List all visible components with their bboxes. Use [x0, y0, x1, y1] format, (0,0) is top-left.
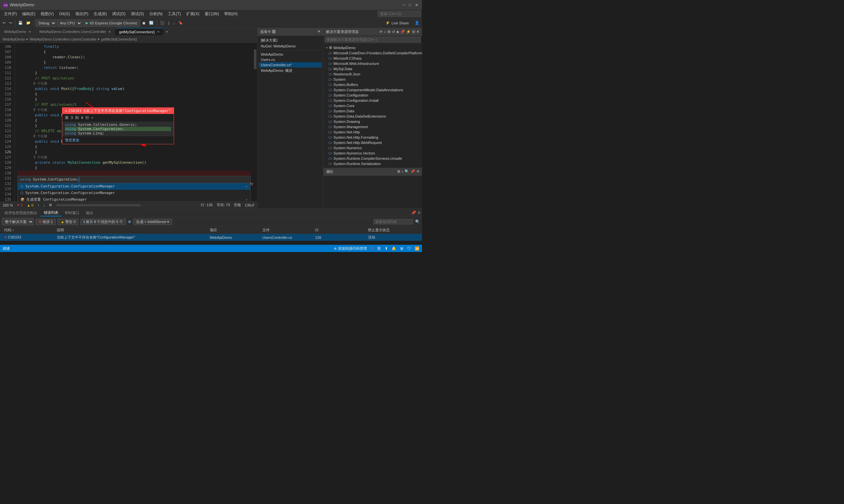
- menu-git[interactable]: Git(G): [56, 11, 72, 17]
- options-webapidemo[interactable]: WebApiDemo: [259, 52, 322, 57]
- col-header-desc[interactable]: 说明: [55, 227, 208, 233]
- tree-system-net[interactable]: □◦ System.Net.Http: [323, 129, 422, 135]
- tab-package-manager[interactable]: 程序包管理器控制台: [1, 210, 40, 216]
- tree-system-config-install[interactable]: □◦ System.Configuration.Install: [323, 98, 422, 103]
- se-close-btn[interactable]: ✕: [416, 30, 419, 34]
- tree-system-runtime-compiler[interactable]: □◦ System.Runtime.CompilerServices.Unsaf…: [323, 156, 422, 161]
- errors-filter-btn[interactable]: ✕ 错误 1: [36, 219, 56, 225]
- user-profile-button[interactable]: 👤: [413, 20, 421, 26]
- build-action[interactable]: ⚙: [49, 203, 52, 207]
- tree-webapidemo-root[interactable]: ▾ ⊞ WebApiDemo: [323, 45, 422, 50]
- add-source-control[interactable]: ⊕ 添加到源代码管理: [334, 246, 367, 251]
- tree-system-mgmt[interactable]: □◦ System.Management: [323, 124, 422, 129]
- se-settings-btn[interactable]: ⚡: [406, 30, 411, 34]
- tree-system-net-fmt[interactable]: □◦ System.Net.Http.Formatting: [323, 135, 422, 140]
- editor-warning-indicator[interactable]: ▲ 0: [27, 203, 33, 207]
- menu-debug[interactable]: 调试(D): [109, 11, 128, 17]
- menu-window[interactable]: 窗口(W): [202, 11, 222, 17]
- info-filter-btn[interactable]: ℹ 展示 8 个消息中的 0 个: [81, 219, 126, 225]
- tab-immediate[interactable]: 即时窗口: [62, 210, 83, 216]
- scrollbar-horizontal[interactable]: [56, 204, 197, 206]
- stop-button[interactable]: ⏹: [141, 20, 147, 26]
- tab-getmysqlconnection[interactable]: getMySqlConnection() ✕: [115, 28, 164, 35]
- save-button[interactable]: 💾: [17, 20, 24, 26]
- menu-analyze[interactable]: 分析(N): [147, 11, 166, 17]
- tree-newtonsoft[interactable]: □◦ Newtonsoft.Json: [323, 71, 422, 77]
- col-header-project[interactable]: 项目: [208, 227, 261, 233]
- tree-system-core[interactable]: □◦ System.Core: [323, 103, 422, 108]
- menu-test[interactable]: 测试(S): [128, 11, 147, 17]
- menu-extensions[interactable]: 扩展(X): [184, 11, 202, 17]
- se-dock-btn[interactable]: ⊟: [412, 30, 415, 34]
- autocomplete-popup[interactable]: using System.Configuration; ⬡ System.Con…: [17, 176, 251, 201]
- tree-system-num-vec[interactable]: □◦ System.Numerics.Vectors: [323, 150, 422, 156]
- tree-ms-codegen[interactable]: □◦ Microsoft.CodeDom.Providers.DotNetCom…: [323, 50, 422, 56]
- tree-ms-web-infra[interactable]: □◦ Microsoft.Web.Infrastructure: [323, 61, 422, 66]
- panel-pin-btn[interactable]: 📌: [411, 211, 416, 215]
- tree-system-config[interactable]: □◦ System.Configuration: [323, 93, 422, 98]
- autocomplete-item-2[interactable]: 📦 生成变量 ConfigurationManager ▸: [18, 196, 250, 201]
- bookmark-button[interactable]: 🔖: [177, 20, 184, 26]
- panel-close-btn[interactable]: ✕: [417, 211, 421, 215]
- options-close[interactable]: ✕: [317, 29, 321, 34]
- menu-edit[interactable]: 编辑(E): [19, 11, 38, 17]
- tree-system-data-ext[interactable]: □◦ System.Data.DataSetExtensions: [323, 114, 422, 119]
- maximize-button[interactable]: □: [408, 2, 412, 7]
- tree-system-net-req[interactable]: □◦ System.Net.Http.WebRequest: [323, 140, 422, 145]
- options-userscontroller[interactable]: UsersController.cs*: [259, 62, 322, 68]
- step-into-button[interactable]: ↓: [172, 20, 176, 26]
- props-grid-btn[interactable]: ⊞: [397, 169, 400, 174]
- props-close-btn[interactable]: ✕: [416, 169, 419, 174]
- col-header-file[interactable]: 文件: [261, 227, 314, 233]
- menu-build[interactable]: 生成(B): [91, 11, 109, 17]
- se-pin-btn[interactable]: 📌: [400, 30, 405, 34]
- breakpoint-button[interactable]: ⬛: [159, 20, 166, 26]
- se-refresh-btn[interactable]: ↺: [392, 30, 395, 34]
- se-sync-btn[interactable]: ⟳: [379, 30, 382, 34]
- tab-userscontroller[interactable]: WebApiDemo.Controllers.UsersController ✕: [35, 28, 115, 35]
- redo-button[interactable]: ↪: [7, 20, 13, 26]
- search-input[interactable]: [378, 11, 421, 17]
- add-tab-button[interactable]: +: [165, 29, 169, 34]
- tab-webapidemo[interactable]: WebApiDemo ✕: [0, 28, 35, 35]
- grid-icon[interactable]: ⊞: [400, 247, 403, 251]
- liveshare-button[interactable]: ⚡ Live Share: [383, 20, 411, 26]
- info-btn-icon[interactable]: ⊕: [128, 219, 131, 224]
- tree-system-runtime-serial[interactable]: □◦ System.Runtime.Serialization: [323, 161, 422, 166]
- props-search-btn[interactable]: 🔍: [404, 169, 409, 174]
- options-nuget[interactable]: NuGet: WebApiDemo: [259, 43, 322, 49]
- save-all-button[interactable]: 📁: [25, 20, 32, 26]
- editor-vertical-scrollbar[interactable]: [253, 43, 257, 201]
- build-intellisense-btn[interactable]: 生成 + IntelliSense ▾: [133, 219, 172, 225]
- tab-output[interactable]: 输出: [83, 210, 97, 216]
- tab-error-list[interactable]: 错误列表: [40, 210, 62, 216]
- props-sort-btn[interactable]: ↕: [401, 169, 403, 174]
- tree-system-data[interactable]: □◦ System.Data: [323, 108, 422, 114]
- editor-error-indicator[interactable]: ✕ 1: [17, 203, 23, 207]
- scroll-thumb[interactable]: [254, 49, 257, 69]
- nav-down[interactable]: ↓: [43, 203, 45, 207]
- error-scope-dropdown[interactable]: 整个解决方案: [2, 218, 34, 225]
- error-search-input[interactable]: [374, 219, 413, 224]
- minimize-button[interactable]: ─: [401, 2, 407, 7]
- restart-button[interactable]: 🔄: [148, 20, 155, 26]
- solution-search-input[interactable]: [325, 37, 421, 42]
- col-header-status[interactable]: 禁止显示状态: [367, 227, 419, 233]
- tab-close-getmysql[interactable]: ✕: [157, 30, 159, 34]
- col-header-code[interactable]: 代码 ↑: [3, 227, 55, 233]
- tab-close-webapidemo[interactable]: ✕: [28, 30, 31, 34]
- debug-mode-dropdown[interactable]: Debug: [36, 19, 56, 27]
- step-over-button[interactable]: ⤵: [167, 20, 171, 26]
- tooltip-preview-button[interactable]: 预览更改: [62, 137, 174, 144]
- options-overview[interactable]: WebApiDemo: 概述: [259, 68, 322, 74]
- menu-file[interactable]: 文件(F): [1, 11, 19, 17]
- tree-system[interactable]: □◦ System: [323, 77, 422, 82]
- menu-view[interactable]: 视图(V): [38, 11, 56, 17]
- se-filter-btn[interactable]: ⚙: [387, 30, 391, 34]
- tree-system-drawing[interactable]: □◦ System.Drawing: [323, 119, 422, 124]
- menu-project[interactable]: 项目(P): [72, 11, 91, 17]
- cpu-dropdown[interactable]: Any CPU: [57, 19, 82, 27]
- code-editor[interactable]: 106 107 108 109 110 111 112 113 114 115 …: [0, 43, 257, 201]
- undo-button[interactable]: ↩: [1, 20, 7, 26]
- run-button[interactable]: ▶ IIS Express (Google Chrome): [83, 19, 140, 27]
